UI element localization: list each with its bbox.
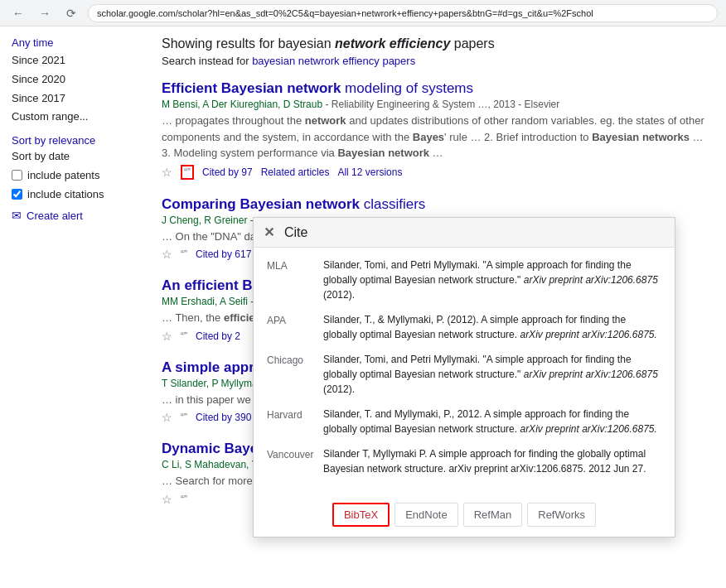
- paper-1-actions: ☆ “” Cited by 97 Related articles All 12…: [162, 165, 709, 180]
- since-2020-filter[interactable]: Since 2020: [12, 71, 133, 89]
- main-content: Showing results for bayesian network eff…: [145, 27, 726, 588]
- page-layout: Any time Since 2021 Since 2020 Since 201…: [0, 27, 726, 588]
- search-instead-prefix: Search instead for: [162, 55, 252, 67]
- paper-1-cited-by[interactable]: Cited by 97: [202, 166, 253, 178]
- endnote-button[interactable]: EndNote: [394, 503, 458, 527]
- paper-4-cited-by[interactable]: Cited by 390: [196, 412, 251, 423]
- sort-by-date[interactable]: Sort by date: [12, 150, 133, 162]
- since-2021-filter[interactable]: Since 2021: [12, 52, 133, 70]
- sidebar: Any time Since 2021 Since 2020 Since 201…: [0, 27, 145, 588]
- include-citations-row[interactable]: include citations: [12, 188, 133, 200]
- paper-2-authors: J Cheng, R Greiner - a: [162, 214, 262, 226]
- paper-2-title-highlight: Comparing Bayesian network: [162, 196, 360, 212]
- paper-1-authors: M Bensi, A Der Kiureghian, D Straub: [162, 99, 322, 110]
- include-patents-checkbox[interactable]: [12, 170, 22, 181]
- results-suffix: papers: [450, 36, 494, 51]
- paper-1-title-rest: modeling of systems: [341, 80, 473, 96]
- results-highlight: network efficiency: [335, 36, 450, 51]
- star-icon-5[interactable]: ☆: [162, 493, 172, 506]
- star-icon-1[interactable]: ☆: [162, 166, 172, 179]
- sort-section: Sort by relevance Sort by date: [12, 134, 133, 162]
- back-button[interactable]: ←: [8, 3, 28, 23]
- cite-modal-footer: BibTeX EndNote RefMan RefWorks: [254, 496, 675, 537]
- include-patents-label: include patents: [27, 169, 99, 181]
- search-instead: Search instead for bayesian netwrork eff…: [162, 55, 709, 67]
- paper-1: Efficient Bayesian network modeling of s…: [162, 80, 709, 180]
- results-heading: Showing results for bayesian network eff…: [162, 36, 709, 51]
- cite-harvard-label: Harvard: [267, 407, 323, 436]
- cite-row-chicago: Chicago Silander, Tomi, and Petri Myllym…: [267, 352, 661, 397]
- browser-bar: ← → ⟳: [0, 0, 726, 27]
- include-citations-label: include citations: [27, 188, 104, 200]
- cite-chicago-label: Chicago: [267, 352, 323, 397]
- cite-modal-body: MLA Silander, Tomi, and Petri Myllymaki.…: [254, 248, 675, 496]
- paper-1-journal: Reliability Engineering & System …, 2013…: [332, 99, 559, 110]
- star-icon-2[interactable]: ☆: [162, 248, 172, 261]
- cite-vancouver-label: Vancouver: [267, 446, 323, 476]
- paper-3-cited-by[interactable]: Cited by 2: [196, 330, 240, 342]
- cite-row-vancouver: Vancouver Silander T, Myllymaki P. A sim…: [267, 446, 661, 476]
- star-icon-4[interactable]: ☆: [162, 411, 172, 424]
- since-2017-filter[interactable]: Since 2017: [12, 90, 133, 108]
- paper-2-title-rest: classifiers: [360, 196, 425, 212]
- cite-modal-title: Cite: [284, 225, 307, 240]
- paper-3-authors: MM Ershadi, A Seifi -: [162, 296, 254, 307]
- paper-1-related[interactable]: Related articles: [261, 166, 330, 178]
- forward-button[interactable]: →: [35, 3, 55, 23]
- cite-button-3[interactable]: “”: [181, 330, 187, 342]
- paper-1-title[interactable]: Efficient Bayesian network modeling of s…: [162, 80, 709, 97]
- star-icon-3[interactable]: ☆: [162, 330, 172, 343]
- cite-harvard-text: Silander, T. and Myllymaki, P., 2012. A …: [323, 407, 661, 436]
- create-alert-label[interactable]: Create alert: [27, 210, 83, 222]
- include-citations-checkbox[interactable]: [12, 189, 22, 200]
- paper-1-versions[interactable]: All 12 versions: [337, 166, 402, 178]
- cite-modal-header: ✕ Cite: [254, 218, 675, 248]
- envelope-icon: ✉: [12, 209, 22, 222]
- cite-modal-close-button[interactable]: ✕: [264, 224, 274, 240]
- cite-button-5[interactable]: “”: [181, 494, 187, 505]
- cite-button-2[interactable]: “”: [181, 248, 187, 260]
- paper-1-meta: M Bensi, A Der Kiureghian, D Straub - Re…: [162, 99, 709, 110]
- url-bar[interactable]: [88, 4, 718, 22]
- paper-5-authors: C Li, S Mahadevan, Y: [162, 459, 259, 470]
- cite-mla-label: MLA: [267, 258, 323, 302]
- paper-1-snippet: … propagates throughout the network and …: [162, 113, 709, 161]
- cite-apa-label: APA: [267, 312, 323, 342]
- cite-row-apa: APA Silander, T., & Myllymaki, P. (2012)…: [267, 312, 661, 342]
- reload-button[interactable]: ⟳: [61, 3, 81, 23]
- paper-1-title-highlight: Efficient Bayesian network: [162, 80, 341, 96]
- create-alert-row[interactable]: ✉ Create alert: [12, 209, 133, 222]
- cite-chicago-text: Silander, Tomi, and Petri Myllymaki. "A …: [323, 352, 661, 397]
- custom-range-filter[interactable]: Custom range...: [12, 108, 133, 126]
- refworks-button[interactable]: RefWorks: [527, 503, 596, 527]
- results-prefix: Showing results for bayesian: [162, 36, 335, 51]
- cite-apa-text: Silander, T., & Myllymaki, P. (2012). A …: [323, 312, 661, 342]
- include-patents-row[interactable]: include patents: [12, 169, 133, 181]
- cite-modal: ✕ Cite MLA Silander, Tomi, and Petri Myl…: [253, 217, 675, 537]
- paper-2-title[interactable]: Comparing Bayesian network classifiers: [162, 196, 709, 213]
- cite-mla-text: Silander, Tomi, and Petri Myllymaki. "A …: [323, 258, 661, 302]
- paper-2-cited-by[interactable]: Cited by 617: [196, 248, 251, 260]
- sort-by-relevance[interactable]: Sort by relevance: [12, 134, 133, 147]
- search-instead-link[interactable]: bayesian netwrork effiency papers: [252, 55, 415, 67]
- any-time-filter[interactable]: Any time: [12, 36, 133, 49]
- cite-button-4[interactable]: “”: [181, 412, 187, 423]
- cite-vancouver-text: Silander T, Myllymaki P. A simple approa…: [323, 446, 661, 476]
- refman-button[interactable]: RefMan: [463, 503, 523, 527]
- cite-row-mla: MLA Silander, Tomi, and Petri Myllymaki.…: [267, 258, 661, 302]
- bibtex-button[interactable]: BibTeX: [332, 503, 390, 527]
- cite-row-harvard: Harvard Silander, T. and Myllymaki, P., …: [267, 407, 661, 436]
- cite-button-1[interactable]: “”: [184, 166, 191, 178]
- paper-1-dash: -: [325, 99, 331, 110]
